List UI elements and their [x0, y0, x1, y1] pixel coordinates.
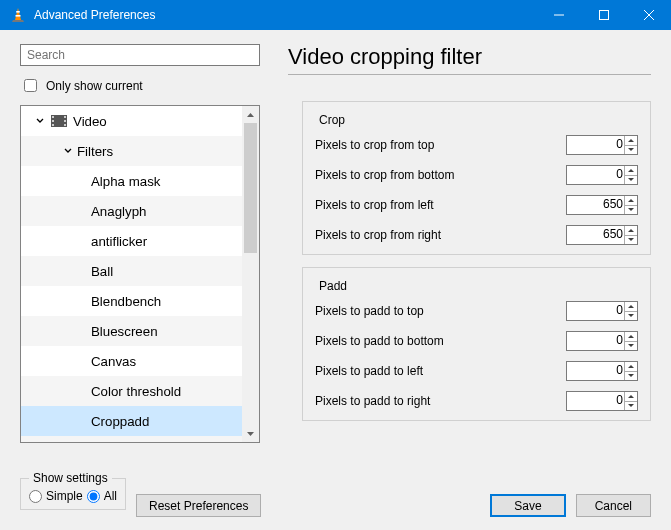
- tree-item-label: Filters: [77, 144, 113, 159]
- spin-down-icon[interactable]: [625, 176, 637, 185]
- spin-up-icon[interactable]: [625, 302, 637, 312]
- tree-item-filter[interactable]: Croppadd: [21, 406, 242, 436]
- number-input[interactable]: 650: [566, 195, 638, 215]
- svg-marker-17: [628, 139, 634, 142]
- tree-item-label: Ball: [91, 264, 113, 279]
- spin-up-icon[interactable]: [625, 392, 637, 402]
- show-settings-all[interactable]: All: [87, 489, 117, 503]
- field-label: Pixels to padd to bottom: [315, 334, 566, 348]
- page-title: Video cropping filter: [288, 44, 651, 70]
- spin-up-icon[interactable]: [625, 136, 637, 146]
- tree-item-filter[interactable]: Bluescreen: [21, 316, 242, 346]
- tree-item-filter[interactable]: Alpha mask: [21, 166, 242, 196]
- spin-up-icon[interactable]: [625, 166, 637, 176]
- number-field: Pixels to padd to bottom0: [315, 326, 638, 356]
- number-field: Pixels to crop from right650: [315, 220, 638, 250]
- number-input[interactable]: 0: [566, 361, 638, 381]
- svg-rect-9: [52, 116, 54, 118]
- vlc-cone-icon: [10, 7, 26, 23]
- number-value: 650: [603, 227, 623, 241]
- number-field: Pixels to crop from top0: [315, 130, 638, 160]
- tree-item-label: Alpha mask: [91, 174, 160, 189]
- maximize-button[interactable]: [581, 0, 626, 30]
- spin-down-icon[interactable]: [625, 312, 637, 321]
- svg-marker-26: [628, 314, 634, 317]
- minimize-button[interactable]: [536, 0, 581, 30]
- tree-scrollbar[interactable]: [242, 106, 259, 442]
- spin-up-icon[interactable]: [625, 226, 637, 236]
- spin-down-icon[interactable]: [625, 236, 637, 245]
- scroll-down-icon[interactable]: [242, 425, 259, 442]
- titlebar: Advanced Preferences: [0, 0, 671, 30]
- tree-item-filter[interactable]: antiflicker: [21, 226, 242, 256]
- svg-marker-23: [628, 229, 634, 232]
- footer: Show settings Simple All Reset Preferenc…: [0, 474, 671, 530]
- number-value: 0: [616, 137, 623, 151]
- spin-down-icon[interactable]: [625, 372, 637, 381]
- preferences-tree: Video Filters Alpha maskAnaglyphantiflic…: [20, 105, 260, 443]
- number-input[interactable]: 0: [566, 391, 638, 411]
- spin-down-icon[interactable]: [625, 342, 637, 351]
- number-value: 650: [603, 197, 623, 211]
- tree-item-filter[interactable]: Color threshold: [21, 376, 242, 406]
- svg-marker-22: [628, 208, 634, 211]
- tree-item-filter[interactable]: Anaglyph: [21, 196, 242, 226]
- tree-item-video[interactable]: Video: [21, 106, 242, 136]
- svg-marker-0: [15, 8, 21, 20]
- settings-page: Video cropping filter CropPixels to crop…: [270, 30, 671, 470]
- number-input[interactable]: 0: [566, 165, 638, 185]
- group-title: Crop: [315, 113, 349, 127]
- spin-down-icon[interactable]: [625, 146, 637, 155]
- spin-up-icon[interactable]: [625, 362, 637, 372]
- field-label: Pixels to crop from left: [315, 198, 566, 212]
- tree-item-filters[interactable]: Filters: [21, 136, 242, 166]
- number-input[interactable]: 0: [566, 331, 638, 351]
- group-title: Padd: [315, 279, 351, 293]
- show-settings-title: Show settings: [29, 471, 112, 485]
- svg-marker-28: [628, 344, 634, 347]
- show-settings-simple[interactable]: Simple: [29, 489, 83, 503]
- search-input[interactable]: [20, 44, 260, 66]
- svg-marker-24: [628, 238, 634, 241]
- spin-up-icon[interactable]: [625, 332, 637, 342]
- number-field: Pixels to crop from bottom0: [315, 160, 638, 190]
- scrollbar-thumb[interactable]: [244, 123, 257, 253]
- scroll-up-icon[interactable]: [242, 106, 259, 123]
- field-label: Pixels to crop from top: [315, 138, 566, 152]
- number-value: 0: [616, 303, 623, 317]
- window-title: Advanced Preferences: [34, 8, 155, 22]
- save-button[interactable]: Save: [490, 494, 565, 517]
- tree-item-filter[interactable]: Canvas: [21, 346, 242, 376]
- svg-marker-19: [628, 169, 634, 172]
- spin-down-icon[interactable]: [625, 402, 637, 411]
- tree-item-filter[interactable]: Blendbench: [21, 286, 242, 316]
- svg-marker-18: [628, 148, 634, 151]
- number-input[interactable]: 0: [566, 301, 638, 321]
- tree-item-label: antiflicker: [91, 234, 147, 249]
- close-button[interactable]: [626, 0, 671, 30]
- only-show-current-checkbox[interactable]: [24, 79, 37, 92]
- number-input[interactable]: 0: [566, 135, 638, 155]
- number-value: 0: [616, 363, 623, 377]
- field-label: Pixels to crop from right: [315, 228, 566, 242]
- tree-item-label: Croppadd: [91, 414, 149, 429]
- svg-rect-1: [16, 11, 20, 13]
- number-field: Pixels to padd to top0: [315, 296, 638, 326]
- number-input[interactable]: 650: [566, 225, 638, 245]
- field-label: Pixels to padd to right: [315, 394, 566, 408]
- tree-item-filter[interactable]: Ball: [21, 256, 242, 286]
- svg-marker-16: [247, 432, 254, 436]
- svg-marker-3: [12, 20, 24, 22]
- reset-preferences-button[interactable]: Reset Preferences: [136, 494, 261, 517]
- svg-rect-11: [52, 124, 54, 126]
- number-value: 0: [616, 333, 623, 347]
- tree-item-label: Video: [73, 114, 107, 129]
- cancel-button[interactable]: Cancel: [576, 494, 651, 517]
- svg-marker-31: [628, 395, 634, 398]
- field-label: Pixels to crop from bottom: [315, 168, 566, 182]
- svg-marker-15: [247, 113, 254, 117]
- spin-down-icon[interactable]: [625, 206, 637, 215]
- tree-item-label: Canvas: [91, 354, 136, 369]
- tree-item-filter[interactable]: d3d11_filters: [21, 436, 242, 442]
- spin-up-icon[interactable]: [625, 196, 637, 206]
